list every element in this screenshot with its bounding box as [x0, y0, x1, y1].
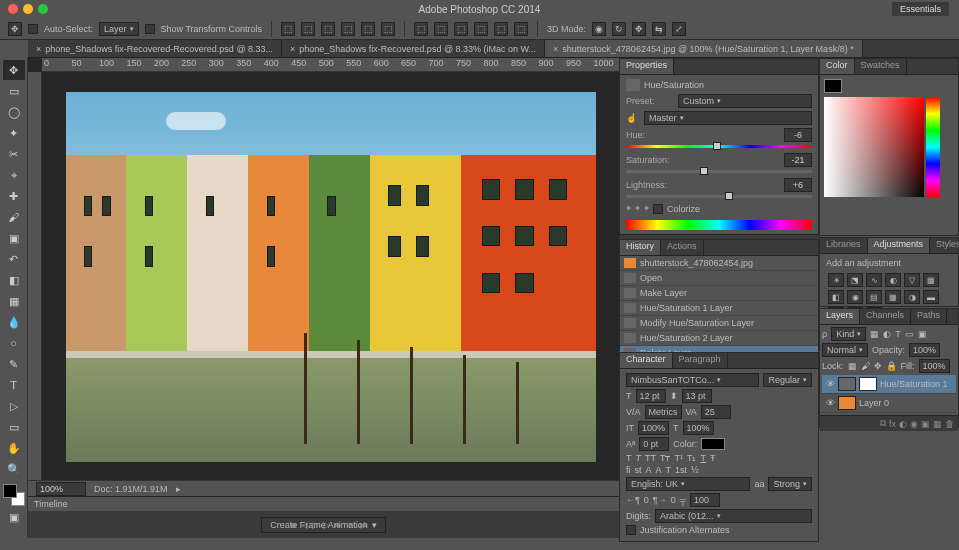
color-field[interactable] — [824, 97, 924, 197]
lock-all-icon[interactable]: 🔒 — [886, 361, 897, 371]
bold-button[interactable]: T — [626, 453, 632, 463]
tracking-field[interactable]: 25 — [701, 405, 731, 419]
adj-exposure-icon[interactable]: ◐ — [885, 273, 901, 287]
tl-cut-icon[interactable]: ✂ — [347, 520, 355, 530]
hue-slider[interactable] — [626, 145, 812, 153]
tl-last-icon[interactable]: ⏭ — [334, 520, 343, 530]
tl-play-icon[interactable]: ▷ — [312, 520, 319, 530]
eyedropper-plus-icon[interactable]: ⌖ — [635, 203, 640, 214]
adjustments-tab[interactable]: Adjustments — [868, 238, 931, 253]
history-item[interactable]: Make Layer — [620, 286, 818, 301]
move-tool[interactable]: ✥ — [3, 60, 25, 80]
healing-tool[interactable]: ✚ — [3, 186, 25, 206]
zoom-tool[interactable]: 🔍 — [3, 459, 25, 479]
character-tab[interactable]: Character — [620, 353, 673, 368]
underline-button[interactable]: T — [701, 453, 707, 463]
show-transform-checkbox[interactable] — [145, 24, 155, 34]
history-brush-tool[interactable]: ↶ — [3, 249, 25, 269]
eraser-tool[interactable]: ◧ — [3, 270, 25, 290]
font-style-dropdown[interactable]: Regular — [763, 373, 812, 387]
doc-tab-3[interactable]: ×shutterstock_478062454.jpg @ 100% (Hue/… — [545, 40, 863, 57]
font-size-field[interactable]: 12 pt — [636, 389, 666, 403]
blur-tool[interactable]: 💧 — [3, 312, 25, 332]
adj-mixer-icon[interactable]: ▤ — [866, 290, 882, 304]
light-field[interactable] — [784, 178, 812, 192]
pen-tool[interactable]: ✎ — [3, 354, 25, 374]
dist-center-icon[interactable]: ⬚ — [494, 22, 508, 36]
filter-type-icon[interactable]: T — [895, 329, 901, 339]
dist-bot-icon[interactable]: ⬚ — [454, 22, 468, 36]
history-item[interactable]: Hue/Saturation 2 Layer — [620, 331, 818, 346]
font-family-dropdown[interactable]: NimbusSanTOTCo... — [626, 373, 759, 387]
baseline-field[interactable]: 0 pt — [639, 437, 669, 451]
doc-tab-1[interactable]: ×phone_Shadows fix-Recovered-Recovered.p… — [28, 40, 282, 57]
wand-tool[interactable]: ✦ — [3, 123, 25, 143]
new-layer-icon[interactable]: ▦ — [933, 419, 942, 429]
sat-slider[interactable] — [626, 170, 812, 178]
libraries-tab[interactable]: Libraries — [820, 238, 868, 253]
visibility-toggle[interactable]: 👁 — [826, 398, 835, 408]
vscale-field[interactable]: 100% — [638, 421, 669, 435]
paths-tab[interactable]: Paths — [911, 309, 947, 324]
aa-dropdown[interactable]: Strong — [768, 477, 812, 491]
tl-transition-icon[interactable]: ⇄ — [359, 520, 367, 530]
history-item[interactable]: Open — [620, 271, 818, 286]
lock-pos-icon[interactable]: ✥ — [874, 361, 882, 371]
dodge-tool[interactable]: ○ — [3, 333, 25, 353]
history-item[interactable]: Modify Hue/Saturation Layer — [620, 316, 818, 331]
hue-slider-vertical[interactable] — [926, 97, 940, 197]
lasso-tool[interactable]: ◯ — [3, 102, 25, 122]
mask-icon[interactable]: ◐ — [899, 419, 907, 429]
tl-next-icon[interactable]: ▷ — [323, 520, 330, 530]
adj-vibrance-icon[interactable]: ▽ — [904, 273, 920, 287]
swatches-tab[interactable]: Swatches — [855, 59, 907, 74]
just-alt-checkbox[interactable] — [626, 525, 636, 535]
hue-field[interactable] — [784, 128, 812, 142]
dist-right-icon[interactable]: ⬚ — [514, 22, 528, 36]
marquee-tool[interactable]: ▭ — [3, 81, 25, 101]
eyedropper-minus-icon[interactable]: ⌖ — [644, 203, 649, 214]
visibility-toggle[interactable]: 👁 — [826, 379, 835, 389]
doc-info-arrow[interactable]: ▸ — [176, 484, 181, 494]
type-tool[interactable]: T — [3, 375, 25, 395]
3d-roll-icon[interactable]: ↻ — [612, 22, 626, 36]
preset-dropdown[interactable]: Custom — [678, 94, 812, 108]
auto-select-dropdown[interactable]: Layer — [99, 22, 139, 36]
light-slider[interactable] — [626, 195, 812, 203]
color-swatch[interactable] — [824, 79, 842, 93]
adj-photo-icon[interactable]: ◉ — [847, 290, 863, 304]
italic-button[interactable]: T — [636, 453, 642, 463]
align-right-icon[interactable]: ⬚ — [381, 22, 395, 36]
dist-left-icon[interactable]: ⬚ — [474, 22, 488, 36]
filter-shape-icon[interactable]: ▭ — [905, 329, 914, 339]
lang-dropdown[interactable]: English: UK — [626, 477, 750, 491]
3d-pan-icon[interactable]: ✥ — [632, 22, 646, 36]
hand-tool[interactable]: ✋ — [3, 438, 25, 458]
history-item[interactable]: Hue/Saturation 1 Layer — [620, 301, 818, 316]
tl-prev-icon[interactable]: ◁ — [301, 520, 308, 530]
layer-row[interactable]: 👁Hue/Saturation 1 — [822, 375, 956, 394]
layer-row[interactable]: 👁Layer 0 — [822, 394, 956, 413]
align-top-icon[interactable]: ⬚ — [281, 22, 295, 36]
path-tool[interactable]: ▷ — [3, 396, 25, 416]
zoom-field[interactable] — [36, 482, 86, 496]
filter-adj-icon[interactable]: ◐ — [883, 329, 891, 339]
group-icon[interactable]: ▣ — [921, 419, 930, 429]
new-adj-icon[interactable]: ◉ — [910, 419, 918, 429]
history-snapshot[interactable]: shutterstock_478062454.jpg — [620, 256, 818, 271]
hyphen-field[interactable]: 100 — [690, 493, 720, 507]
stamp-tool[interactable]: ▣ — [3, 228, 25, 248]
colorize-checkbox[interactable] — [653, 204, 663, 214]
tl-first-icon[interactable]: ⏮ — [288, 520, 297, 530]
3d-slide-icon[interactable]: ⇆ — [652, 22, 666, 36]
align-bot-icon[interactable]: ⬚ — [321, 22, 335, 36]
quickmask-tool[interactable]: ▣ — [3, 507, 25, 527]
leading-field[interactable]: 13 pt — [682, 389, 712, 403]
adj-hue-icon[interactable]: ▦ — [923, 273, 939, 287]
blend-mode-dropdown[interactable]: Normal — [822, 343, 868, 357]
filter-pixel-icon[interactable]: ▦ — [870, 329, 879, 339]
smallcaps-button[interactable]: Tᴛ — [660, 453, 671, 463]
brush-tool[interactable]: 🖌 — [3, 207, 25, 227]
shape-tool[interactable]: ▭ — [3, 417, 25, 437]
align-left-icon[interactable]: ⬚ — [341, 22, 355, 36]
